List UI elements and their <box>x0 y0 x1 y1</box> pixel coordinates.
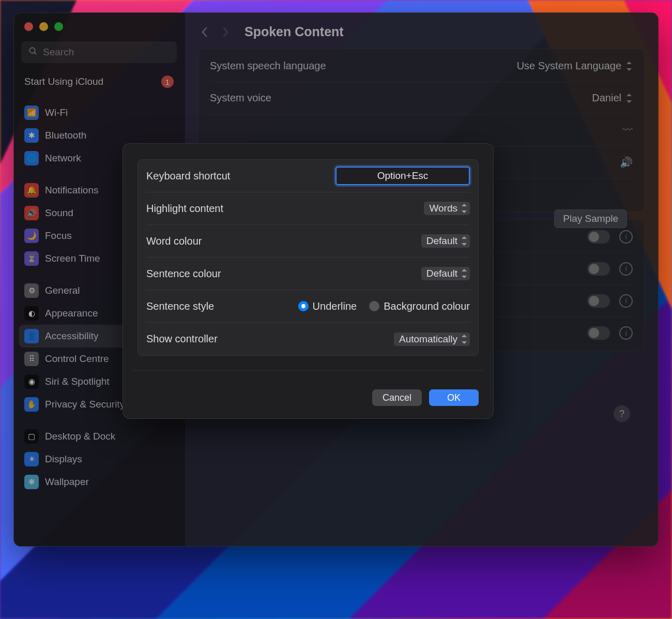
radio-icon <box>298 301 309 311</box>
radio-underline[interactable]: Underline <box>298 300 357 312</box>
info-icon[interactable]: i <box>619 230 633 244</box>
search-icon <box>28 47 38 58</box>
sidebar-item-label: Bluetooth <box>45 130 86 141</box>
sidebar-item-label: Control Centre <box>45 353 109 365</box>
appearance-icon: ◐ <box>24 306 39 321</box>
toggle[interactable] <box>587 326 610 340</box>
sidebar-item-label: Network <box>45 153 81 164</box>
voice-dropdown[interactable]: Daniel <box>592 92 633 104</box>
zoom-window-button[interactable] <box>54 22 63 31</box>
sidebar-item-label: Wallpaper <box>45 476 89 488</box>
language-dropdown[interactable]: Use System Language <box>517 60 633 72</box>
svg-point-0 <box>29 48 35 53</box>
dropdown-value: Use System Language <box>517 60 621 72</box>
word-colour-dropdown[interactable]: Default <box>421 234 470 248</box>
page-title: Spoken Content <box>245 24 344 39</box>
row-rate: 〰 <box>210 114 633 146</box>
radio-background-colour[interactable]: Background colour <box>369 300 470 312</box>
notifications-icon: 🔔 <box>24 183 39 198</box>
dropdown-value: Default <box>426 235 457 247</box>
row-label: Highlight content <box>146 203 223 215</box>
svg-line-1 <box>34 52 36 54</box>
wifi-icon: 📶 <box>24 105 39 120</box>
toggle[interactable] <box>587 230 610 244</box>
sidebar-item-label: Start Using iCloud <box>24 76 103 87</box>
row-keyboard-shortcut: Keyboard shortcut Option+Esc <box>146 160 470 192</box>
forward-button[interactable] <box>219 25 232 39</box>
options-sheet: Keyboard shortcut Option+Esc Highlight c… <box>123 143 494 419</box>
bluetooth-icon: ✱ <box>24 128 39 143</box>
row-label: Show controller <box>146 333 218 345</box>
toggle[interactable] <box>587 294 610 308</box>
ok-button[interactable]: OK <box>429 389 479 406</box>
wallpaper-icon: ❋ <box>24 475 39 489</box>
sidebar-item-label: Wi-Fi <box>45 107 68 118</box>
minimize-window-button[interactable] <box>39 22 48 31</box>
privacy-icon: ✋ <box>24 397 39 412</box>
row-highlight-content: Highlight content Words <box>146 192 470 225</box>
row-label: System voice <box>210 92 271 104</box>
network-icon: 🌐 <box>24 151 39 165</box>
sidebar-item-label: Desktop & Dock <box>45 431 115 442</box>
sidebar-item-label: Siri & Spotlight <box>45 376 110 387</box>
sidebar-item-label: General <box>45 285 80 296</box>
row-label: Sentence colour <box>146 268 221 280</box>
row-voice: System voice Daniel <box>210 82 633 114</box>
show-controller-dropdown[interactable]: Automatically <box>394 333 470 346</box>
search-input[interactable] <box>43 47 170 58</box>
dropdown-value: Daniel <box>592 92 621 104</box>
sidebar-item-label: Accessibility <box>45 330 98 342</box>
sidebar-item-icloud[interactable]: Start Using iCloud 1 <box>19 71 179 92</box>
siri-icon: ◉ <box>24 374 39 389</box>
chevron-updown-icon <box>461 203 468 214</box>
sidebar-item-wallpaper[interactable]: ❋Wallpaper <box>19 471 179 493</box>
focus-icon: 🌙 <box>24 229 39 243</box>
sound-icon: 🔊 <box>24 206 39 220</box>
sidebar-item-displays[interactable]: ☀Displays <box>19 448 179 471</box>
desktopdock-icon: ▢ <box>24 429 39 444</box>
cancel-button[interactable]: Cancel <box>372 389 422 406</box>
close-window-button[interactable] <box>24 22 33 31</box>
chevron-updown-icon <box>461 236 468 246</box>
window-controls <box>14 13 184 38</box>
sheet-panel: Keyboard shortcut Option+Esc Highlight c… <box>138 159 479 356</box>
search-field[interactable] <box>21 41 177 63</box>
sentence-colour-dropdown[interactable]: Default <box>421 267 470 280</box>
shortcut-value: Option+Esc <box>377 170 429 182</box>
info-icon[interactable]: i <box>619 326 633 340</box>
sidebar-item-label: Screen Time <box>45 253 100 264</box>
row-sentence-colour: Sentence colour Default <box>146 258 470 290</box>
sidebar-item-wifi[interactable]: 📶Wi-Fi <box>19 101 179 124</box>
back-button[interactable] <box>198 25 211 39</box>
chevron-updown-icon <box>461 268 468 279</box>
highlight-dropdown[interactable]: Words <box>424 202 470 215</box>
play-sample-button[interactable]: Play Sample <box>554 209 627 228</box>
sidebar-item-label: Focus <box>45 230 72 241</box>
settings-window: Start Using iCloud 1 📶Wi-Fi✱Bluetooth🌐Ne… <box>13 12 659 547</box>
sidebar-item-label: Privacy & Security <box>45 399 125 410</box>
chevron-updown-icon <box>625 61 633 71</box>
info-icon[interactable]: i <box>619 294 633 308</box>
row-show-controller: Show controller Automatically <box>146 323 470 355</box>
row-label: Sentence style <box>146 300 214 312</box>
row-label: Keyboard shortcut <box>146 170 230 182</box>
info-icon[interactable]: i <box>619 262 633 276</box>
row-label: System speech language <box>210 60 326 72</box>
speed-icon: 〰 <box>622 124 633 136</box>
displays-icon: ☀ <box>24 452 39 466</box>
sidebar-item-label: Appearance <box>45 308 98 319</box>
shortcut-input[interactable]: Option+Esc <box>335 167 470 185</box>
radio-label: Background colour <box>384 300 470 312</box>
speaker-icon: 🔊 <box>620 156 633 169</box>
badge: 1 <box>161 76 174 88</box>
accessibility-icon: 👤 <box>24 329 39 343</box>
radio-icon <box>369 301 379 311</box>
help-button[interactable]: ? <box>614 405 630 422</box>
row-word-colour: Word colour Default <box>146 225 470 258</box>
sheet-buttons: Cancel OK <box>138 371 479 406</box>
toggle[interactable] <box>587 262 610 276</box>
row-sentence-style: Sentence style Underline Background colo… <box>146 290 470 323</box>
sidebar-item-label: Sound <box>45 207 73 219</box>
radio-label: Underline <box>313 300 357 312</box>
sidebar-item-desktopdock[interactable]: ▢Desktop & Dock <box>19 425 179 448</box>
